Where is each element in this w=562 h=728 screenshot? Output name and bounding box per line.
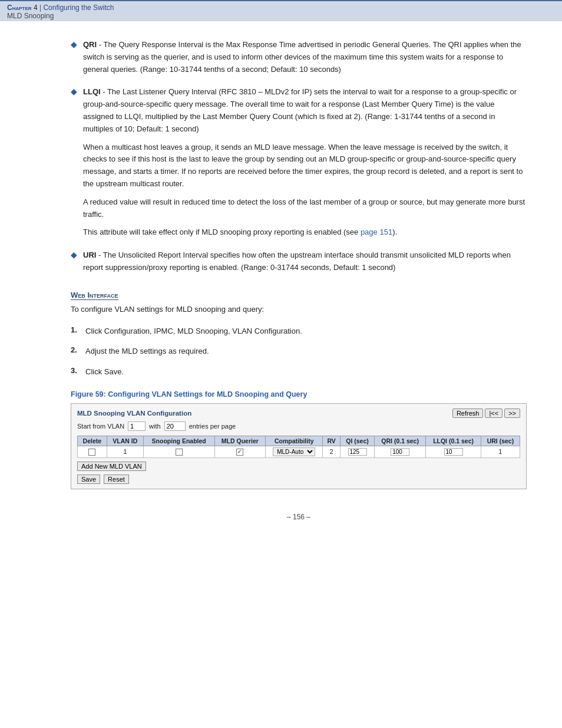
web-interface-intro: To configure VLAN settings for MLD snoop… bbox=[71, 304, 527, 316]
mld-widget: MLD Snooping VLAN Configuration Refresh … bbox=[71, 403, 527, 489]
step-2-number: 2. bbox=[71, 345, 85, 354]
web-interface-section: Web Interface To configure VLAN settings… bbox=[71, 291, 527, 378]
step-2: 2. Adjust the MLD settings as required. bbox=[71, 345, 527, 358]
widget-save-reset: Save Reset bbox=[77, 475, 520, 484]
step-3-number: 3. bbox=[71, 366, 85, 375]
col-llqi: LLQI (0.1 sec) bbox=[426, 436, 481, 446]
widget-title: MLD Snooping VLAN Configuration bbox=[77, 410, 191, 417]
filter-entries-label: entries per page bbox=[189, 423, 236, 430]
llqi-input[interactable] bbox=[444, 448, 463, 456]
step-2-text: Adjust the MLD settings as required. bbox=[85, 345, 527, 358]
table-row: 1 MLD-Auto MLDv1 MLDv2 2 1 bbox=[78, 446, 520, 457]
llqi-sub1: When a multicast host leaves a group, it… bbox=[83, 141, 527, 190]
col-delete: Delete bbox=[78, 436, 107, 446]
col-rv: RV bbox=[323, 436, 340, 446]
col-vlan-id: VLAN ID bbox=[107, 436, 143, 446]
web-interface-title: Web Interface bbox=[71, 291, 118, 300]
cell-compatibility: MLD-Auto MLDv1 MLDv2 bbox=[266, 446, 323, 457]
step-1-number: 1. bbox=[71, 325, 85, 334]
filter-vlan-input[interactable] bbox=[128, 421, 146, 431]
qri-text: - The Query Response Interval is the Max… bbox=[83, 40, 521, 74]
step-3-text: Click Save. bbox=[85, 366, 527, 378]
llqi-text: - The Last Listener Query Interval (RFC … bbox=[83, 87, 517, 133]
page-number: – 156 – bbox=[71, 513, 527, 521]
term-llqi: LLQI bbox=[83, 87, 101, 96]
bullet-content-llqi: LLQI - The Last Listener Query Interval … bbox=[83, 86, 527, 239]
widget-filter-row: Start from VLAN with entries per page bbox=[77, 421, 520, 431]
qri-input[interactable] bbox=[391, 448, 409, 456]
mld-table: Delete VLAN ID Snooping Enabled MLD Quer… bbox=[77, 436, 520, 458]
bullet-diamond-llqi: ◆ bbox=[71, 87, 77, 96]
filter-entries-input[interactable] bbox=[164, 421, 186, 431]
sub-title: MLD Snooping bbox=[7, 12, 54, 20]
header-bar: Chapter 4 | Configuring the Switch MLD S… bbox=[0, 0, 562, 21]
step-3: 3. Click Save. bbox=[71, 366, 527, 378]
qi-input[interactable] bbox=[348, 448, 367, 456]
widget-title-bar: MLD Snooping VLAN Configuration Refresh … bbox=[77, 409, 520, 418]
widget-bottom: Add New MLD VLAN bbox=[77, 462, 520, 471]
cell-vlan-id: 1 bbox=[107, 446, 143, 457]
filter-start-label: Start from VLAN bbox=[77, 423, 124, 430]
main-content: ◆ QRI - The Query Response Interval is t… bbox=[0, 21, 562, 539]
compatibility-select[interactable]: MLD-Auto MLDv1 MLDv2 bbox=[273, 447, 315, 456]
bullet-diamond-uri: ◆ bbox=[71, 250, 77, 259]
col-snooping-enabled: Snooping Enabled bbox=[143, 436, 214, 446]
bullet-llqi: ◆ LLQI - The Last Listener Query Interva… bbox=[71, 86, 527, 239]
cell-uri: 1 bbox=[481, 446, 520, 457]
step-1: 1. Click Configuration, IPMC, MLD Snoopi… bbox=[71, 325, 527, 338]
snooping-enabled-checkbox[interactable] bbox=[176, 449, 183, 456]
uri-text: - The Unsolicited Report Interval specif… bbox=[83, 251, 511, 272]
delete-checkbox[interactable] bbox=[88, 449, 95, 456]
cell-qri bbox=[374, 446, 425, 457]
reset-button[interactable]: Reset bbox=[104, 475, 129, 484]
page151-link[interactable]: page 151 bbox=[361, 228, 392, 236]
bullet-uri: ◆ URI - The Unsolicited Report Interval … bbox=[71, 249, 527, 274]
bullet-content-uri: URI - The Unsolicited Report Interval sp… bbox=[83, 249, 527, 274]
term-uri: URI bbox=[83, 251, 96, 259]
step-1-text: Click Configuration, IPMC, MLD Snooping,… bbox=[85, 325, 527, 338]
col-compatibility: Compatibility bbox=[266, 436, 323, 446]
chapter-title: Configuring the Switch bbox=[43, 4, 114, 12]
next-page-button[interactable]: >> bbox=[504, 409, 520, 418]
cell-rv: 2 bbox=[323, 446, 340, 457]
cell-llqi bbox=[426, 446, 481, 457]
chapter-number: 4 bbox=[34, 4, 38, 12]
cell-mld-querier bbox=[214, 446, 266, 457]
cell-snooping-enabled bbox=[143, 446, 214, 457]
figure-caption: Figure 59: Configuring VLAN Settings for… bbox=[71, 390, 527, 398]
first-page-button[interactable]: |<< bbox=[485, 409, 503, 418]
llqi-sub2: A reduced value will result in reduced t… bbox=[83, 196, 527, 221]
filter-with-label: with bbox=[149, 423, 161, 430]
col-uri: URI (sec) bbox=[481, 436, 520, 446]
col-qi: QI (sec) bbox=[340, 436, 375, 446]
save-button[interactable]: Save bbox=[77, 475, 100, 484]
mld-querier-checkbox[interactable] bbox=[236, 449, 243, 456]
chapter-label: Chapter bbox=[7, 4, 32, 12]
add-new-mld-vlan-button[interactable]: Add New MLD VLAN bbox=[77, 462, 146, 471]
cell-qi bbox=[340, 446, 375, 457]
col-mld-querier: MLD Querier bbox=[214, 436, 266, 446]
bullet-diamond-qri: ◆ bbox=[71, 39, 77, 49]
bullet-content-qri: QRI - The Query Response Interval is the… bbox=[83, 39, 527, 75]
refresh-button[interactable]: Refresh bbox=[452, 409, 484, 418]
bullet-qri: ◆ QRI - The Query Response Interval is t… bbox=[71, 39, 527, 75]
col-qri: QRI (0.1 sec) bbox=[374, 436, 425, 446]
widget-buttons: Refresh |<< >> bbox=[452, 409, 520, 418]
term-qri: QRI bbox=[83, 40, 97, 49]
cell-delete bbox=[78, 446, 107, 457]
llqi-sub3: This attribute will take effect only if … bbox=[83, 226, 527, 239]
